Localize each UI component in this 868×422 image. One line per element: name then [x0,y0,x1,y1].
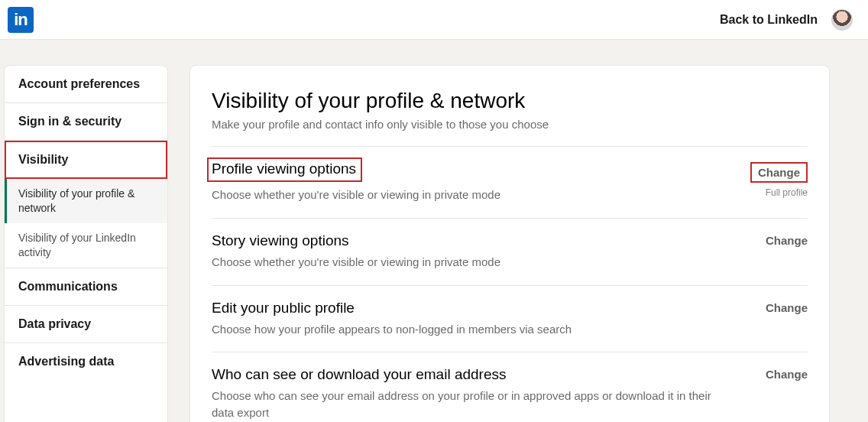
status-text: Full profile [739,187,808,198]
setting-desc: Choose who can see your email address on… [212,388,724,421]
main-layout: Account preferences Sign in & security V… [0,40,868,422]
change-link-profile-viewing[interactable]: Change [750,162,808,183]
setting-title-public-profile: Edit your public profile [212,300,355,316]
sidebar-item-account-preferences[interactable]: Account preferences [5,66,167,103]
setting-row-story-viewing[interactable]: Story viewing options Choose whether you… [212,218,808,285]
setting-title-story-viewing: Story viewing options [212,232,349,249]
page-title: Visibility of your profile & network [212,89,808,113]
sidebar-item-visibility[interactable]: Visibility [5,141,167,179]
sidebar-item-advertising-data[interactable]: Advertising data [5,343,167,380]
sidebar-item-communications[interactable]: Communications [5,268,167,306]
top-header: in Back to LinkedIn [0,0,868,40]
setting-desc: Choose whether you're visible or viewing… [212,187,724,203]
setting-title-profile-viewing: Profile viewing options [207,157,362,182]
setting-left: Profile viewing options Choose whether y… [212,161,739,203]
setting-row-profile-viewing[interactable]: Profile viewing options Choose whether y… [212,146,808,218]
linkedin-logo-icon[interactable]: in [8,7,34,33]
setting-desc: Choose how your profile appears to non-l… [212,321,724,338]
change-link-public-profile[interactable]: Change [766,301,808,314]
change-link-story-viewing[interactable]: Change [766,234,808,247]
sidebar-sub-visibility-profile-network[interactable]: Visibility of your profile & network [5,179,167,223]
setting-left: Edit your public profile Choose how your… [212,300,739,338]
avatar[interactable] [831,9,853,31]
setting-left: Story viewing options Choose whether you… [212,232,739,271]
sidebar-item-sign-in-security[interactable]: Sign in & security [5,103,167,141]
setting-desc: Choose whether you're visible or viewing… [212,254,724,271]
sidebar-sub-group: Visibility of your profile & network Vis… [5,179,167,268]
setting-row-email-visibility[interactable]: Who can see or download your email addre… [212,352,808,422]
setting-row-public-profile[interactable]: Edit your public profile Choose how your… [212,285,808,352]
back-to-linkedin-link[interactable]: Back to LinkedIn [720,13,818,27]
sidebar: Account preferences Sign in & security V… [4,65,168,422]
setting-left: Who can see or download your email addre… [212,366,739,421]
page-subtitle: Make your profile and contact info only … [212,118,808,131]
setting-right: Change Full profile [739,161,808,198]
setting-title-email-visibility: Who can see or download your email addre… [212,366,506,383]
main-panel: Visibility of your profile & network Mak… [189,65,830,422]
change-link-email-visibility[interactable]: Change [766,368,808,381]
setting-right: Change [739,232,808,248]
sidebar-item-data-privacy[interactable]: Data privacy [5,306,167,343]
setting-right: Change [739,366,808,381]
setting-right: Change [739,300,808,315]
sidebar-sub-visibility-linkedin-activity[interactable]: Visibility of your LinkedIn activity [5,223,167,268]
header-right: Back to LinkedIn [720,9,853,31]
